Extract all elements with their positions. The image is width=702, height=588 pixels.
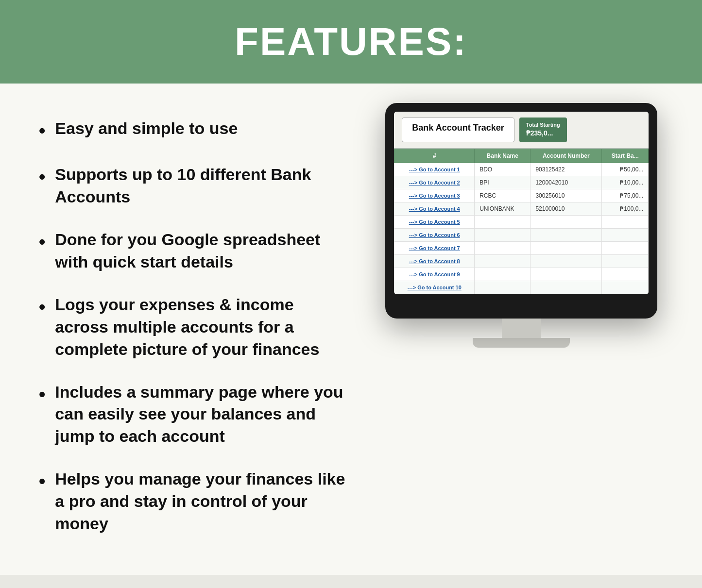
total-label: Total Starting [526, 121, 560, 129]
bank-name-1: BDO [475, 163, 531, 176]
account-num-1: 903125422 [531, 163, 602, 176]
balance-5 [602, 215, 649, 228]
balance-7 [602, 241, 649, 254]
bank-name-9 [475, 268, 531, 281]
feature-text-6: Helps you manage your finances like a pr… [55, 468, 350, 535]
table-row: ---> Go to Account 2 BPI 1200042010 ₱10,… [394, 176, 649, 189]
balance-10 [602, 281, 649, 294]
goto-account-3-link[interactable]: ---> Go to Account 3 [409, 193, 460, 199]
spreadsheet-header: Bank Account Tracker Total Starting ₱235… [394, 112, 649, 149]
feature-item-6: • Helps you manage your finances like a … [39, 468, 351, 535]
account-num-9 [531, 268, 602, 281]
bullet-icon: • [39, 230, 45, 254]
col-bank-name: Bank Name [475, 149, 531, 163]
bank-name-8 [475, 254, 531, 268]
table-row: ---> Go to Account 8 [394, 254, 649, 268]
goto-account-7-link[interactable]: ---> Go to Account 7 [409, 245, 460, 251]
account-num-2: 1200042010 [531, 176, 602, 189]
bank-name-10 [475, 281, 531, 294]
balance-2: ₱10,00... [602, 176, 649, 189]
account-num-7 [531, 241, 602, 254]
account-num-10 [531, 281, 602, 294]
feature-item-2: • Supports up to 10 different Bank Accou… [39, 164, 351, 208]
bank-name-6 [475, 228, 531, 241]
col-account-number: Account Number [531, 149, 602, 163]
table-row: ---> Go to Account 1 BDO 903125422 ₱50,0… [394, 163, 649, 176]
feature-text-3: Done for you Google spreadsheet with qui… [55, 229, 350, 273]
bank-name-2: BPI [475, 176, 531, 189]
balance-8 [602, 254, 649, 268]
table-row: ---> Go to Account 4 UNIONBANK 521000010… [394, 202, 649, 215]
feature-item-4: • Logs your expenses & income across mul… [39, 294, 351, 361]
bank-name-4: UNIONBANK [475, 202, 531, 215]
col-start-balance: Start Ba... [602, 149, 649, 163]
account-num-5 [531, 215, 602, 228]
footer: Google Sheets Document | Easy to use | M… [0, 575, 702, 588]
balance-4: ₱100,0... [602, 202, 649, 215]
feature-text-4: Logs your expenses & income across multi… [55, 294, 350, 361]
features-list: • Easy and simple to use • Supports up t… [39, 118, 351, 555]
feature-text-1: Easy and simple to use [55, 118, 238, 140]
total-value: ₱235,0... [526, 129, 560, 138]
feature-item-5: • Includes a summary page where you can … [39, 381, 351, 448]
table-row: ---> Go to Account 9 [394, 268, 649, 281]
table-row: ---> Go to Account 6 [394, 228, 649, 241]
balance-1: ₱50,00... [602, 163, 649, 176]
page-title: FEATURES: [10, 19, 692, 64]
account-num-8 [531, 254, 602, 268]
bank-name-5 [475, 215, 531, 228]
feature-text-2: Supports up to 10 different Bank Account… [55, 164, 350, 208]
goto-account-9-link[interactable]: ---> Go to Account 9 [409, 271, 460, 277]
total-box: Total Starting ₱235,0... [519, 118, 567, 142]
goto-account-1-link[interactable]: ---> Go to Account 1 [409, 167, 460, 172]
bullet-icon: • [39, 469, 45, 494]
balance-6 [602, 228, 649, 241]
bank-name-7 [475, 241, 531, 254]
feature-item-3: • Done for you Google spreadsheet with q… [39, 229, 351, 273]
bank-name-3: RCBC [475, 189, 531, 202]
table-row: ---> Go to Account 3 RCBC 300256010 ₱75,… [394, 189, 649, 202]
accounts-table: # Bank Name Account Number Start Ba... -… [394, 149, 649, 294]
goto-account-5-link[interactable]: ---> Go to Account 5 [409, 219, 460, 225]
bullet-icon: • [39, 295, 45, 319]
account-num-3: 300256010 [531, 189, 602, 202]
balance-9 [602, 268, 649, 281]
table-row: ---> Go to Account 10 [394, 281, 649, 294]
table-header-row: # Bank Name Account Number Start Ba... [394, 149, 649, 163]
feature-item-1: • Easy and simple to use [39, 118, 351, 143]
monitor-neck [502, 319, 541, 338]
account-num-4: 521000010 [531, 202, 602, 215]
bullet-icon: • [39, 382, 45, 407]
mockup-container: Bank Account Tracker Total Starting ₱235… [380, 103, 663, 348]
main-content: • Easy and simple to use • Supports up t… [0, 84, 702, 575]
col-hash: # [394, 149, 475, 163]
bullet-icon: • [39, 165, 45, 189]
goto-account-2-link[interactable]: ---> Go to Account 2 [409, 180, 460, 185]
spreadsheet-title: Bank Account Tracker [402, 118, 514, 142]
spreadsheet-screen: Bank Account Tracker Total Starting ₱235… [394, 112, 649, 294]
feature-text-5: Includes a summary page where you can ea… [55, 381, 350, 448]
goto-account-8-link[interactable]: ---> Go to Account 8 [409, 258, 460, 264]
monitor-base [473, 338, 570, 348]
account-num-6 [531, 228, 602, 241]
goto-account-10-link[interactable]: ---> Go to Account 10 [408, 285, 462, 290]
goto-account-6-link[interactable]: ---> Go to Account 6 [409, 232, 460, 238]
page-header: FEATURES: [0, 0, 702, 84]
bullet-icon: • [39, 118, 45, 143]
goto-account-4-link[interactable]: ---> Go to Account 4 [409, 206, 460, 212]
balance-3: ₱75,00... [602, 189, 649, 202]
table-row: ---> Go to Account 7 [394, 241, 649, 254]
monitor: Bank Account Tracker Total Starting ₱235… [385, 103, 657, 319]
table-row: ---> Go to Account 5 [394, 215, 649, 228]
